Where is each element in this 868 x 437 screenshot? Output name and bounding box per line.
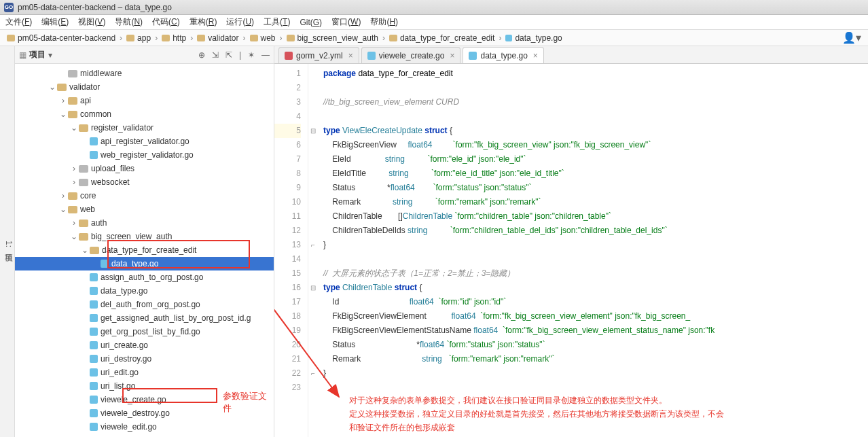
breadcrumb-item[interactable]: pm05-data-center-backend xyxy=(7,33,126,43)
tree-item[interactable]: middleware xyxy=(15,67,274,80)
menu-重构[interactable]: 重构(R) xyxy=(189,16,217,28)
menu-代码[interactable]: 代码(C) xyxy=(152,16,180,28)
breadcrumb-item[interactable]: app xyxy=(126,33,162,43)
tree-item[interactable]: data_type.go xyxy=(15,257,274,270)
hide-icon[interactable]: — xyxy=(261,50,270,60)
breadcrumb-item[interactable]: validator xyxy=(197,33,249,43)
editor-tab[interactable]: viewele_create.go× xyxy=(361,47,461,63)
close-icon[interactable]: × xyxy=(348,51,353,60)
sidebar-title[interactable]: 项目 xyxy=(29,49,46,60)
tree-item[interactable]: ⌄validator xyxy=(15,80,274,94)
tree-item[interactable]: api_register_validator.go xyxy=(15,135,274,148)
app-icon: GO xyxy=(4,3,14,12)
breadcrumbs: pm05-data-center-backendapphttpvalidator… xyxy=(0,30,868,46)
code-lines[interactable]: package data_type_for_create_edit//tb_bi… xyxy=(318,64,868,437)
annotation-label: 参数验证文件 xyxy=(223,390,274,415)
fold-gutter[interactable]: ⊟⌐⊟⌐ xyxy=(308,64,318,437)
user-icon[interactable]: 👤▾ xyxy=(842,31,861,44)
tree-item[interactable]: viewele_edit.go xyxy=(15,420,274,434)
tabbar: gorm_v2.yml×viewele_create.go×data_type.… xyxy=(274,46,868,64)
menu-Git[interactable]: Git(G) xyxy=(300,18,322,27)
editor-tab[interactable]: data_type.go× xyxy=(463,47,543,63)
menu-运行[interactable]: 运行(U) xyxy=(226,16,254,28)
tree-item[interactable]: ›core xyxy=(15,189,274,203)
editor-tab[interactable]: gorm_v2.yml× xyxy=(278,47,359,63)
breadcrumb-item[interactable]: big_screen_view_auth xyxy=(287,33,389,43)
menu-视图[interactable]: 视图(V) xyxy=(78,16,105,28)
tree-item[interactable]: uri_edit.go xyxy=(15,366,274,379)
tree-item[interactable]: assign_auth_to_org_post.go xyxy=(15,270,274,284)
window-title: pm05-data-center-backend – data_type.go xyxy=(18,3,172,12)
breadcrumb-item[interactable]: web xyxy=(250,33,287,43)
titlebar: GO pm05-data-center-backend – data_type.… xyxy=(0,0,868,15)
file-tree[interactable]: 参数验证文件 middleware⌄validator›api⌄common⌄r… xyxy=(15,64,274,437)
tree-item[interactable]: get_assigned_auth_list_by_org_post_id.g xyxy=(15,311,274,325)
project-sidebar: ▦ 项目 ▾ ⊕ ⇲ ⇱ | ✶ — 参数验证文件 middleware⌄val… xyxy=(15,46,274,437)
breadcrumb-item[interactable]: data_type.go xyxy=(505,33,570,43)
tree-item[interactable]: get_org_post_list_by_fid.go xyxy=(15,325,274,338)
collapse-icon[interactable]: ⇱ xyxy=(225,50,232,60)
gear-icon[interactable]: ✶ xyxy=(248,50,255,60)
menu-编辑[interactable]: 编辑(E) xyxy=(41,16,69,28)
tree-item[interactable]: uri_create.go xyxy=(15,338,274,352)
tree-item[interactable]: ⌄data_type_for_create_edit xyxy=(15,243,274,257)
menu-窗口[interactable]: 窗口(W) xyxy=(331,16,361,28)
tree-item[interactable]: ⌄register_validator xyxy=(15,121,274,135)
menu-帮助[interactable]: 帮助(H) xyxy=(370,16,398,28)
tree-item[interactable]: web_register_validator.go xyxy=(15,148,274,162)
menu-工具[interactable]: 工具(T) xyxy=(264,16,290,28)
annotation-text: 对于这种复杂的表单参数提交，我们建议在接口验证同目录创建独立的数据类型文件夹。 … xyxy=(349,394,865,434)
breadcrumb-item[interactable]: http xyxy=(162,33,197,43)
tree-item[interactable]: ›upload_files xyxy=(15,162,274,175)
chevron-down-icon[interactable]: ▾ xyxy=(48,50,52,60)
menu-文件[interactable]: 文件(F) xyxy=(5,16,32,28)
expand-icon[interactable]: ⇲ xyxy=(212,50,219,60)
tree-item[interactable]: del_auth_from_org_post.go xyxy=(15,298,274,311)
sidebar-header: ▦ 项目 ▾ ⊕ ⇲ ⇱ | ✶ — xyxy=(15,46,274,64)
menubar: 文件(F)编辑(E)视图(V)导航(N)代码(C)重构(R)运行(U)工具(T)… xyxy=(0,15,868,30)
breadcrumb-item[interactable]: data_type_for_create_edit xyxy=(389,33,505,43)
editor-area: gorm_v2.yml×viewele_create.go×data_type.… xyxy=(274,46,868,437)
tree-item[interactable]: data_type.go xyxy=(15,284,274,298)
close-icon[interactable]: × xyxy=(450,51,454,60)
code-editor[interactable]: 1234567891011121314151617181920212223 ⊟⌐… xyxy=(274,64,868,437)
tree-item[interactable]: uri_destroy.go xyxy=(15,352,274,366)
divider: | xyxy=(239,50,241,60)
menu-导航[interactable]: 导航(N) xyxy=(115,16,143,28)
tree-item[interactable]: ⌄big_screen_view_auth xyxy=(15,230,274,243)
tree-item[interactable]: ›websocket xyxy=(15,175,274,189)
project-icon: ▦ xyxy=(19,50,26,60)
locate-icon[interactable]: ⊕ xyxy=(198,50,205,60)
tool-window-stripe[interactable]: 1:项目 xyxy=(0,46,15,437)
close-icon[interactable]: × xyxy=(533,51,538,60)
tree-item[interactable]: ›api xyxy=(15,94,274,107)
tree-item[interactable]: ⌄common xyxy=(15,107,274,121)
line-gutter: 1234567891011121314151617181920212223 xyxy=(274,64,308,437)
tree-item[interactable]: ⌄web xyxy=(15,203,274,216)
tree-item[interactable]: ›auth xyxy=(15,216,274,230)
